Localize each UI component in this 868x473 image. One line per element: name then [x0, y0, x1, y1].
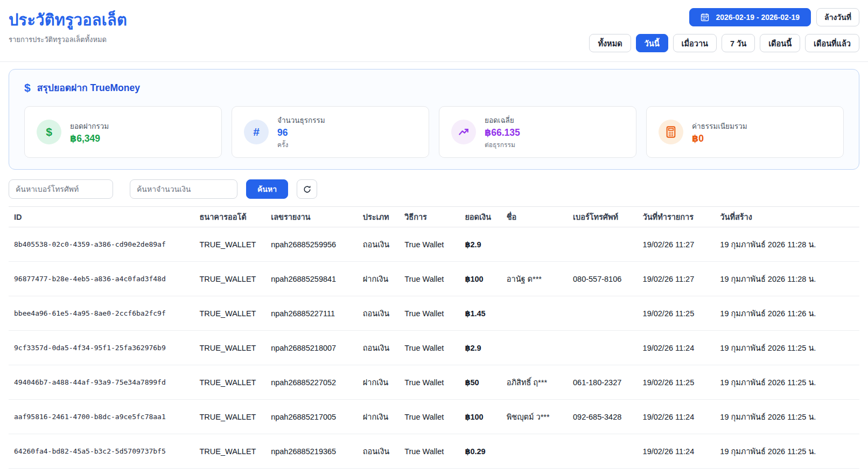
cell-type: ฝากเงิน: [358, 262, 399, 296]
stat-card-0: $ยอดฝากรวม฿6,349: [24, 106, 222, 158]
cell-id: aaf95816-2461-4700-b8dc-a9ce5fc78aa1: [9, 400, 194, 434]
dollar-icon: $: [24, 81, 31, 94]
cell-phone: [568, 331, 638, 365]
filter-button-5[interactable]: เดือนที่แล้ว: [805, 34, 859, 52]
cell-id: 8b405538-02c0-4359-a386-cd90e2de89af: [9, 227, 194, 262]
cell-report: npah26885227111: [265, 296, 358, 331]
date-range-button[interactable]: 2026-02-19 - 2026-02-19: [689, 8, 811, 26]
column-header-2: เลขรายงาน: [265, 207, 358, 227]
table-row[interactable]: 64260fa4-bd82-45a5-b3c2-5d5709737bf5TRUE…: [9, 434, 859, 469]
column-header-0: ID: [9, 207, 194, 227]
column-header-1: ธนาคารออโต้: [194, 207, 265, 227]
cell-id: bbee4a96-61e5-4a95-8ae0-2ccf6ba2fc9f: [9, 296, 194, 331]
search-phone-input[interactable]: [9, 179, 113, 199]
cell-id: 9cf3357d-0da5-4f34-95f1-25fa362976b9: [9, 331, 194, 365]
cell-name: อานัฐ ด***: [501, 262, 568, 296]
cell-bank: TRUE_WALLET: [194, 227, 265, 262]
calendar-icon: [701, 13, 709, 22]
table-row[interactable]: 494046b7-a488-44af-93a9-75e34a7899fdTRUE…: [9, 365, 859, 400]
cell-created-date: 19 กุมภาพันธ์ 2026 11:25 น.: [715, 400, 859, 434]
cell-id: 96877477-b28e-4eb5-a836-a4c0fad3f48d: [9, 262, 194, 296]
cell-tx-date: 19/02/26 11:27: [638, 262, 715, 296]
cell-phone: [568, 296, 638, 331]
cell-method: True Wallet: [399, 227, 459, 262]
cell-method: True Wallet: [399, 296, 459, 331]
cell-amount: ฿1.45: [459, 296, 501, 331]
cell-name: [501, 296, 568, 331]
stat-value: 96: [277, 127, 325, 138]
stat-value: ฿66.135: [485, 127, 520, 138]
stat-content: ยอดเฉลี่ย฿66.135ต่อธุรกรรม: [485, 114, 520, 150]
stat-value: ฿6,349: [70, 133, 109, 144]
cell-bank: TRUE_WALLET: [194, 365, 265, 400]
calculator-icon: [659, 120, 683, 144]
column-header-8: วันที่ทำรายการ: [638, 207, 715, 227]
cell-amount: ฿0.29: [459, 434, 501, 469]
column-header-5: ยอดเงิน: [459, 207, 501, 227]
clear-date-button[interactable]: ล้างวันที่: [816, 8, 859, 26]
cell-bank: TRUE_WALLET: [194, 331, 265, 365]
table-row[interactable]: 96877477-b28e-4eb5-a836-a4c0fad3f48dTRUE…: [9, 262, 859, 296]
cell-type: ถอนเงิน: [358, 296, 399, 331]
cell-method: True Wallet: [399, 365, 459, 400]
truewallet-history-page: ประวัติทรูวอลเล็ต รายการประวัติทรูวอลเล็…: [0, 0, 868, 473]
search-bar: ค้นหา: [9, 179, 859, 199]
cell-report: npah26885259956: [265, 227, 358, 262]
cell-created-date: 19 กุมภาพันธ์ 2026 11:26 น.: [715, 296, 859, 331]
cell-report: npah26885217005: [265, 400, 358, 434]
cell-type: ถอนเงิน: [358, 227, 399, 262]
stat-card-1: #จำนวนธุรกรรม96ครั้ง: [232, 106, 429, 158]
stat-label: จำนวนธุรกรรม: [277, 114, 325, 126]
stat-content: ยอดฝากรวม฿6,349: [70, 120, 109, 144]
refresh-button[interactable]: [297, 179, 317, 199]
cell-amount: ฿100: [459, 400, 501, 434]
cell-created-date: 19 กุมภาพันธ์ 2026 11:25 น.: [715, 331, 859, 365]
cell-report: npah26885218007: [265, 331, 358, 365]
summary-header: $ สรุปยอดฝาก TrueMoney: [24, 80, 844, 95]
filter-button-3[interactable]: 7 วัน: [722, 34, 755, 52]
cell-created-date: 19 กุมภาพันธ์ 2026 11:28 น.: [715, 227, 859, 262]
cell-tx-date: 19/02/26 11:25: [638, 296, 715, 331]
cell-name: พิชญุตม์ ว***: [501, 400, 568, 434]
stat-sub: ครั้ง: [277, 140, 325, 150]
cell-amount: ฿2.9: [459, 227, 501, 262]
date-controls: 2026-02-19 - 2026-02-19 ล้างวันที่: [689, 8, 859, 26]
cell-type: ฝากเงิน: [358, 365, 399, 400]
cell-tx-date: 19/02/26 11:25: [638, 365, 715, 400]
cell-type: ถอนเงิน: [358, 331, 399, 365]
cell-phone: 080-557-8106: [568, 262, 638, 296]
table-row[interactable]: aaf95816-2461-4700-b8dc-a9ce5fc78aa1TRUE…: [9, 400, 859, 434]
stats-grid: $ยอดฝากรวม฿6,349#จำนวนธุรกรรม96ครั้งยอดเ…: [24, 106, 844, 158]
cell-id: 64260fa4-bd82-45a5-b3c2-5d5709737bf5: [9, 434, 194, 469]
cell-phone: 061-180-2327: [568, 365, 638, 400]
cell-name: อภิสิทธิ์ ฤ***: [501, 365, 568, 400]
search-button[interactable]: ค้นหา: [246, 179, 288, 199]
column-header-4: วิธีการ: [399, 207, 459, 227]
filter-button-2[interactable]: เมื่อวาน: [673, 34, 717, 52]
trend-up-icon: [451, 120, 476, 144]
date-filter-group: ทั้งหมดวันนี้เมื่อวาน7 วันเดือนนี้เดือนท…: [589, 34, 859, 52]
cell-method: True Wallet: [399, 262, 459, 296]
table-row[interactable]: 9cf3357d-0da5-4f34-95f1-25fa362976b9TRUE…: [9, 331, 859, 365]
refresh-icon: [303, 185, 312, 194]
summary-panel: $ สรุปยอดฝาก TrueMoney $ยอดฝากรวม฿6,349#…: [9, 69, 859, 170]
transactions-table: IDธนาคารออโต้เลขรายงานประเภทวิธีการยอดเง…: [9, 206, 859, 469]
column-header-3: ประเภท: [358, 207, 399, 227]
cell-name: [501, 227, 568, 262]
search-amount-input[interactable]: [130, 179, 237, 199]
table-row[interactable]: bbee4a96-61e5-4a95-8ae0-2ccf6ba2fc9fTRUE…: [9, 296, 859, 331]
page-header: ประวัติทรูวอลเล็ต รายการประวัติทรูวอลเล็…: [0, 0, 868, 62]
cell-tx-date: 19/02/26 11:24: [638, 400, 715, 434]
cell-type: ถอนเงิน: [358, 434, 399, 469]
cell-amount: ฿2.9: [459, 331, 501, 365]
cell-amount: ฿100: [459, 262, 501, 296]
filter-button-4[interactable]: เดือนนี้: [760, 34, 800, 52]
cell-report: npah26885219365: [265, 434, 358, 469]
column-header-9: วันที่สร้าง: [715, 207, 859, 227]
stat-sub: ต่อธุรกรรม: [485, 140, 520, 150]
filter-button-1[interactable]: วันนี้: [636, 34, 668, 52]
table-row[interactable]: 8b405538-02c0-4359-a386-cd90e2de89afTRUE…: [9, 227, 859, 262]
filter-button-0[interactable]: ทั้งหมด: [589, 34, 631, 52]
cell-name: [501, 434, 568, 469]
stat-content: ค่าธรรมเนียมรวม฿0: [692, 120, 747, 144]
